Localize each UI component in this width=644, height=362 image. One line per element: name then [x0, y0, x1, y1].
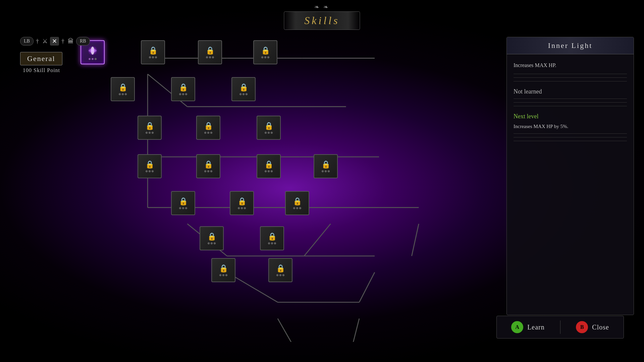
- divider-9: [514, 141, 627, 141]
- panel-description: Increases MAX HP.: [514, 61, 627, 70]
- skill-node-r4-2[interactable]: 🔒: [285, 191, 309, 215]
- nav-icon-2: ⚔: [41, 38, 49, 45]
- panel-status: Not learned: [514, 88, 627, 95]
- lock-icon: 🔒: [206, 46, 215, 55]
- divider-2: [514, 77, 627, 78]
- skill-node-r0-3[interactable]: 🔒: [253, 40, 277, 64]
- skill-node-r2-0[interactable]: 🔒: [138, 116, 162, 140]
- svg-line-17: [412, 224, 419, 256]
- skill-node-r6-0[interactable]: 🔒: [211, 258, 235, 282]
- nav-icon-4: †: [60, 38, 65, 45]
- learn-circle: A: [511, 321, 523, 333]
- divider-1: [514, 74, 627, 74]
- divider-7: [514, 133, 627, 134]
- panel-next-level-label: Next level: [514, 113, 627, 120]
- nav-icon-3: ✕: [50, 37, 59, 46]
- skill-node-r1-1[interactable]: 🔒: [171, 77, 195, 101]
- svg-line-23: [278, 318, 293, 342]
- lock-icon: 🔒: [204, 160, 213, 169]
- info-panel: Inner Light Increases MAX HP. Not learne…: [506, 37, 634, 315]
- skill-node-r5-1[interactable]: 🔒: [260, 226, 284, 250]
- lock-icon: 🔒: [264, 122, 273, 130]
- skill-node-r4-1[interactable]: 🔒: [230, 191, 254, 215]
- lock-icon: 🔒: [145, 122, 154, 130]
- panel-skill-title: Inner Light: [548, 41, 593, 50]
- panel-title-bar: Inner Light: [507, 37, 634, 54]
- rb-button[interactable]: RB: [76, 37, 90, 46]
- skill-node-r6-1[interactable]: 🔒: [268, 258, 292, 282]
- nav-icon-5: 🏛: [67, 38, 75, 45]
- lock-icon: 🔒: [268, 232, 277, 241]
- lock-icon: 🔒: [276, 264, 285, 273]
- skill-node-r3-0[interactable]: 🔒: [138, 154, 162, 178]
- skill-tree: 🔒 🔒 🔒 🔒 🔒 🔒 🔒 🔒 🔒 🔒 🔒: [47, 34, 503, 342]
- skill-node-r4-0[interactable]: 🔒: [171, 191, 195, 215]
- lock-icon: 🔒: [149, 46, 158, 55]
- btn-divider: [560, 320, 560, 334]
- category-container: General 100 Skill Point: [20, 52, 62, 73]
- lock-icon: 🔒: [261, 46, 270, 55]
- divider-5: [514, 102, 627, 103]
- skill-node-r5-0[interactable]: 🔒: [200, 226, 224, 250]
- nav-bar: LB † ⚔ ✕ † 🏛 RB: [20, 37, 90, 46]
- lock-icon: 🔒: [179, 197, 188, 206]
- title-container: ❧ ❧ Skills: [284, 3, 360, 30]
- svg-line-24: [352, 318, 359, 342]
- skill-node-r3-2[interactable]: 🔒: [257, 154, 281, 178]
- divider-6: [514, 106, 627, 106]
- skill-node-r2-1[interactable]: 🔒: [196, 116, 220, 140]
- learn-button[interactable]: A Learn: [511, 321, 545, 333]
- skill-node-r1-2[interactable]: 🔒: [231, 77, 256, 101]
- skill-node-r0-2[interactable]: 🔒: [198, 40, 222, 64]
- svg-point-27: [89, 49, 97, 52]
- right-panel: Inner Light Increases MAX HP. Not learne…: [506, 37, 634, 342]
- panel-next-level-desc: Increases MAX HP by 5%.: [514, 123, 627, 130]
- skill-point: 100 Skill Point: [20, 67, 62, 73]
- close-button[interactable]: B Close: [576, 321, 609, 333]
- lock-icon: 🔒: [179, 83, 188, 92]
- lb-button[interactable]: LB: [20, 37, 34, 46]
- close-circle: B: [576, 321, 588, 333]
- close-label: Close: [592, 323, 609, 331]
- lock-icon: 🔒: [239, 83, 248, 92]
- lock-icon: 🔒: [321, 160, 330, 169]
- title-decoration: ❧ ❧: [284, 3, 360, 11]
- skill-node-r0-1[interactable]: 🔒: [141, 40, 165, 64]
- bottom-buttons: A Learn B Close: [496, 316, 624, 339]
- skill-node-r2-2[interactable]: 🔒: [257, 116, 281, 140]
- lock-icon: 🔒: [145, 160, 154, 169]
- nav-icon-1: †: [35, 38, 40, 45]
- title-banner: Skills: [284, 11, 360, 30]
- lock-icon: 🔒: [219, 264, 228, 273]
- category-label[interactable]: General: [20, 52, 62, 65]
- divider-8: [514, 137, 627, 137]
- svg-line-16: [304, 224, 331, 256]
- lock-icon: 🔒: [207, 232, 216, 241]
- divider-4: [514, 99, 627, 99]
- skill-node-r1-0[interactable]: 🔒: [111, 77, 135, 101]
- svg-line-21: [359, 272, 375, 302]
- divider-3: [514, 81, 627, 81]
- lock-icon: 🔒: [237, 197, 247, 206]
- panel-content: Increases MAX HP. Not learned Next level…: [507, 54, 634, 151]
- page-title: Skills: [304, 14, 339, 26]
- lock-icon: 🔒: [264, 160, 273, 169]
- lock-icon: 🔒: [293, 197, 302, 206]
- skill-node-r3-1[interactable]: 🔒: [196, 154, 220, 178]
- lock-icon: 🔒: [118, 83, 127, 92]
- lock-icon: 🔒: [204, 122, 213, 130]
- learn-label: Learn: [527, 323, 545, 331]
- skill-node-r3-3[interactable]: 🔒: [314, 154, 338, 178]
